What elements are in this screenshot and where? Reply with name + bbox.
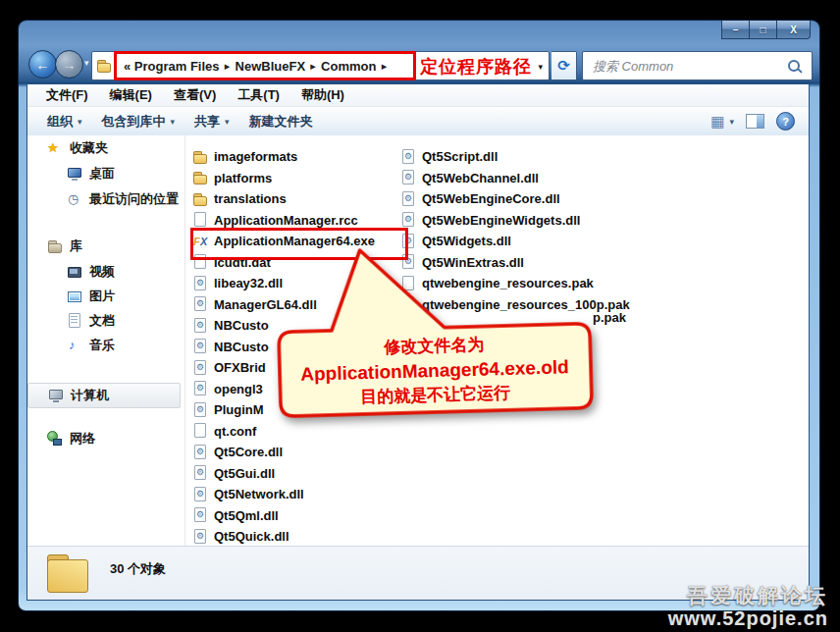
file-icon [192,360,208,376]
sidebar-item[interactable]: 音乐 [27,333,184,357]
breadcrumb: « Program Files NewBlueFX Common [124,59,392,74]
file-row[interactable]: Qt5Script.dll [400,146,646,168]
maximize-button[interactable]: □ [749,21,777,39]
sidebar-item[interactable]: 计算机 [27,383,181,408]
address-folder-icon [96,58,112,74]
file-icon [400,149,416,165]
breadcrumb-arrow-icon[interactable] [305,60,321,73]
search-icon[interactable] [788,60,800,72]
search-box[interactable] [582,51,813,80]
sidebar-item-icon [67,166,82,182]
file-name: Qt5Qml.dll [214,508,279,523]
file-name: Qt5Gui.dll [214,466,275,481]
menu-item[interactable]: 文件(F) [37,84,97,106]
callout-bubble [260,237,604,429]
sidebar-item-icon [67,191,82,207]
file-icon [192,296,208,312]
file-icon [192,465,208,481]
forward-button[interactable]: → [55,50,83,79]
file-row[interactable]: Qt5Network.dll [192,484,394,505]
file-name: translations [214,191,287,206]
toolbar-button[interactable]: 组织 [37,110,92,133]
file-name: NBCusto [214,318,269,333]
file-name: Qt5WebEngineWidgets.dll [422,213,580,228]
sidebar-item-label: 收藏夹 [70,139,108,157]
sidebar-item-icon [47,431,63,447]
file-name: NBCusto [214,340,269,354]
sidebar-item-icon [67,264,82,280]
explorer-window: –□X ← → ▾ « Program Files NewBlueFX Comm… [19,21,819,610]
breadcrumb-segment[interactable]: Common [321,59,392,74]
breadcrumb-segment[interactable]: « Program Files [124,59,236,74]
file-icon [400,191,416,207]
chevron-down-icon [225,117,230,127]
file-icon [192,149,208,165]
menu-item[interactable]: 工具(T) [229,84,289,106]
search-input[interactable] [591,58,788,75]
file-icon [192,507,208,523]
title-bar[interactable] [19,21,819,49]
refresh-button[interactable] [551,51,577,80]
file-row[interactable]: Qt5Quick.dll [192,526,394,548]
menu-item[interactable]: 编辑(E) [101,84,161,106]
window-controls: –□X [722,21,811,39]
breadcrumb-segment[interactable]: NewBlueFX [236,59,322,74]
sidebar-item[interactable]: 文档 [27,308,184,333]
file-icon [192,381,208,396]
sidebar-item-icon [48,388,64,403]
sidebar-item-label: 文档 [89,312,115,330]
toolbar-button[interactable]: 新建文件夹 [239,110,323,133]
file-row[interactable]: Qt5WebChannel.dll [400,168,646,189]
address-bar[interactable]: « Program Files NewBlueFX Common 定位程序路径 [91,51,550,80]
sidebar-item[interactable]: 库 [27,234,184,259]
file-icon [192,318,208,334]
sidebar-item-label: 图片 [89,288,115,305]
address-dropdown-icon[interactable] [538,62,543,72]
breadcrumb-arrow-icon[interactable] [220,60,236,73]
file-name: Qt5WebChannel.dll [422,171,539,185]
file-icon [192,339,208,354]
sidebar-item[interactable]: 视频 [27,259,184,284]
back-button[interactable]: ← [28,50,57,79]
file-row[interactable]: Qt5Gui.dll [192,463,394,485]
sidebar-item-icon [67,338,82,353]
pane-divider[interactable] [184,135,185,547]
sidebar-item-icon [67,313,82,329]
file-name: ApplicationManager.rcc [214,213,358,228]
preview-pane-icon[interactable] [746,114,764,129]
sidebar-item[interactable]: 收藏夹 [27,135,184,161]
change-view-dropdown-icon[interactable] [729,117,734,127]
file-row[interactable]: Qt5WebEngineCore.dll [400,188,646,210]
sidebar-item[interactable]: 桌面 [27,161,184,186]
toolbar-right [710,107,795,135]
help-icon[interactable] [776,112,795,131]
change-view-icon[interactable] [710,114,724,129]
file-name: Qt5WebEngineCore.dll [422,191,560,206]
breadcrumb-arrow-icon[interactable] [376,60,392,73]
file-row[interactable]: Qt5Qml.dll [192,505,394,527]
sidebar-item-label: 视频 [89,263,115,281]
file-row[interactable]: Qt5Core.dll [192,442,394,463]
toolbar-button[interactable]: 共享 [184,110,239,133]
file-row[interactable]: platforms [192,168,394,189]
sidebar-item [27,357,184,383]
menu-item[interactable]: 帮助(H) [292,84,353,106]
file-row[interactable]: imageformats [192,146,394,168]
history-dropdown-icon[interactable]: ▾ [84,58,89,68]
close-button[interactable]: X [776,21,811,39]
file-row[interactable]: translations [192,188,394,210]
sidebar-item[interactable]: 网络 [27,426,184,451]
sidebar-item-label: 网络 [70,430,95,448]
toolbar-button[interactable]: 包含到库中 [92,110,185,133]
sidebar-item[interactable]: 图片 [27,284,184,308]
file-icon [400,212,416,228]
sidebar-item-label: 桌面 [89,165,115,183]
file-row[interactable]: Qt5WebEngineWidgets.dll [400,210,646,232]
minimize-button[interactable]: – [721,21,750,39]
file-icon [192,402,208,418]
file-name: OFXBrid [214,360,266,375]
watermark: 吾爱破解论坛 www.52pojie.cn [668,584,828,630]
menu-item[interactable]: 查看(V) [165,84,225,106]
sidebar-item[interactable]: 最近访问的位置 [27,186,184,212]
sidebar-item-label: 计算机 [71,387,109,404]
